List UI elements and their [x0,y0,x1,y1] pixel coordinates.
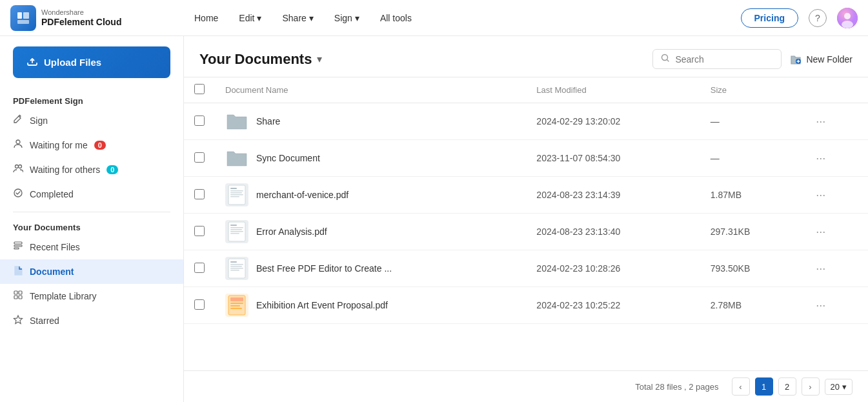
document-icon [13,265,23,278]
row-checkbox[interactable] [194,299,205,310]
select-all-checkbox[interactable] [194,84,205,94]
search-box[interactable] [652,49,782,69]
table-row: Error Analysis.pdf 2024-08-23 23:13:40 2… [184,214,868,250]
svg-rect-41 [230,308,242,309]
svg-rect-33 [230,264,243,265]
sidebar-item-sign-label: Sign [30,116,48,126]
per-page-select[interactable]: 20 ▾ [825,379,853,395]
total-files-info: Total 28 files , 2 pages [635,382,718,392]
upload-icon [26,54,39,70]
table-row: Share 2024-02-29 13:20:02 — ··· [184,103,868,140]
page-title: Your Documents [199,51,312,68]
svg-rect-34 [230,266,242,267]
file-more-button[interactable]: ··· [811,186,831,205]
sidebar-item-recent-files[interactable]: Recent Files [0,235,183,259]
help-icon[interactable]: ? [809,9,827,27]
svg-rect-23 [230,194,243,196]
file-more-button[interactable]: ··· [811,112,831,131]
nav-home[interactable]: Home [194,13,218,23]
title-chevron-icon[interactable]: ▾ [317,53,322,65]
file-thumbnail [225,146,248,170]
svg-rect-10 [14,245,22,246]
svg-rect-30 [230,233,239,234]
logo-icon [10,5,36,31]
file-more-button[interactable]: ··· [811,259,831,278]
file-actions-cell: ··· [800,250,868,287]
waiting-for-others-icon [13,163,23,176]
starred-icon [13,314,23,327]
row-checkbox[interactable] [194,226,205,236]
row-checkbox-cell [184,140,215,177]
logo-area[interactable]: Wondershare PDFelement Cloud [10,5,194,31]
row-checkbox-cell [184,214,215,250]
row-checkbox[interactable] [194,263,205,273]
sidebar-item-sign[interactable]: Sign [0,108,183,133]
sidebar-item-waiting-for-others[interactable]: Waiting for others 0 [0,157,183,182]
nav-all-tools[interactable]: All tools [380,13,412,23]
file-name-cell: Share [215,103,526,140]
sidebar-item-waiting-for-me-label: Waiting for me [30,140,88,150]
file-size: 1.87MB [700,177,800,214]
page-1-button[interactable]: 1 [755,377,773,396]
row-checkbox[interactable] [194,152,205,163]
svg-rect-35 [230,268,243,269]
nav-sign[interactable]: Sign ▾ [334,13,359,23]
sidebar-item-recent-files-label: Recent Files [30,242,80,252]
row-checkbox[interactable] [194,116,205,126]
sidebar-item-starred[interactable]: Starred [0,308,183,333]
file-size: 297.31KB [700,214,800,250]
svg-point-7 [15,165,19,168]
sidebar-item-document[interactable]: Document [0,259,183,284]
file-name: merchant-of-venice.pdf [256,190,348,200]
svg-rect-27 [230,227,243,228]
svg-point-4 [844,13,851,19]
upload-files-button[interactable]: Upload Files [13,46,170,78]
file-actions-cell: ··· [800,214,868,250]
prev-page-button[interactable]: ‹ [732,377,750,396]
sidebar-item-template-library[interactable]: Template Library [0,284,183,308]
documents-table: Document Name Last Modified Size Share 2… [184,77,868,324]
sign-icon [13,114,23,127]
sidebar-divider [13,212,170,212]
chevron-down-icon: ▾ [355,13,359,23]
svg-rect-40 [230,305,240,307]
file-actions-cell: ··· [800,140,868,177]
sidebar-item-completed-label: Completed [30,189,74,199]
svg-rect-20 [230,188,237,189]
svg-rect-38 [230,297,243,301]
pricing-button[interactable]: Pricing [741,8,798,28]
svg-rect-0 [17,12,22,19]
file-name-cell: Sync Document [215,140,526,177]
nav-share[interactable]: Share ▾ [282,13,313,23]
new-folder-button[interactable]: New Folder [789,53,853,66]
svg-rect-1 [23,12,29,19]
table-row: Exhibition Art Event Proposal.pdf 2024-0… [184,287,868,324]
file-more-button[interactable]: ··· [811,296,831,315]
sidebar-item-waiting-for-me[interactable]: Waiting for me 0 [0,133,183,157]
recent-files-icon [13,241,23,254]
search-icon [661,54,670,65]
table-footer: Total 28 files , 2 pages ‹ 1 2 › 20 ▾ [184,370,868,402]
avatar[interactable] [837,8,858,28]
waiting-for-me-icon [13,139,23,152]
page-2-button[interactable]: 2 [778,377,796,396]
nav-edit[interactable]: Edit ▾ [239,13,261,23]
file-more-button[interactable]: ··· [811,149,831,168]
file-name-cell: Error Analysis.pdf [215,214,526,250]
table-row: merchant-of-venice.pdf 2024-08-23 23:14:… [184,177,868,214]
nav-right: Pricing ? [741,8,858,28]
file-actions-cell: ··· [800,287,868,324]
chevron-down-icon: ▾ [309,13,314,23]
svg-rect-12 [14,291,17,294]
sidebar-item-completed[interactable]: Completed [0,182,183,206]
logo-text: Wondershare PDFelement Cloud [41,8,121,28]
sidebar-item-document-label: Document [30,266,74,277]
file-more-button[interactable]: ··· [811,223,831,241]
row-checkbox[interactable] [194,189,205,199]
completed-icon [13,188,23,201]
file-modified-date: 2024-02-23 10:25:22 [526,287,700,324]
sign-section-label: PDFelement Sign [0,91,183,108]
row-checkbox-cell [184,103,215,140]
next-page-button[interactable]: › [802,377,820,396]
search-input[interactable] [675,54,773,65]
